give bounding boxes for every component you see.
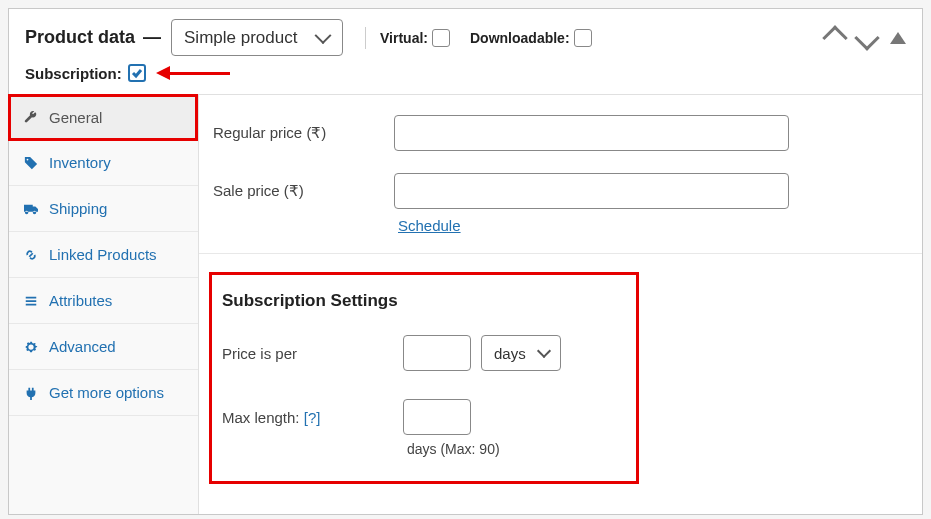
link-icon [23,247,39,263]
help-icon[interactable]: [?] [304,409,321,426]
panel-title: Product data [25,27,135,48]
subscription-option-row: Subscription: [9,64,922,94]
subscription-heading: Subscription Settings [218,291,620,311]
max-length-input[interactable] [403,399,471,435]
tab-general[interactable]: General [8,94,198,141]
panel-body: General Inventory Shipping Linked Produc… [9,94,922,514]
gear-icon [23,339,39,355]
subscription-label: Subscription: [25,65,122,82]
tab-linked-products[interactable]: Linked Products [9,232,198,278]
chevron-up-icon[interactable] [822,25,847,50]
unit-select-wrap: days [481,335,561,371]
max-length-label: Max length: [?] [218,409,403,426]
plug-icon [23,385,39,401]
tab-label: Attributes [49,292,112,309]
sale-price-row: Sale price (₹) [209,173,912,209]
regular-price-label: Regular price (₹) [209,124,394,142]
tab-label: Linked Products [49,246,157,263]
schedule-link[interactable]: Schedule [398,217,461,234]
tab-inventory[interactable]: Inventory [9,140,198,186]
max-length-row: Max length: [?] [218,399,620,435]
price-per-label: Price is per [218,345,403,362]
subscription-checkbox[interactable] [128,64,146,82]
tabs-sidebar: General Inventory Shipping Linked Produc… [9,95,199,514]
downloadable-label: Downloadable: [470,30,570,46]
collapse-triangle-icon[interactable] [890,32,906,44]
tab-label: Inventory [49,154,111,171]
tab-attributes[interactable]: Attributes [9,278,198,324]
annotation-arrow-icon [156,66,230,80]
max-length-hint: days (Max: 90) [407,441,620,457]
tab-label: Shipping [49,200,107,217]
price-per-row: Price is per days [218,335,620,371]
tab-label: General [49,109,102,126]
product-type-select[interactable]: Simple product [171,19,343,56]
tab-content-general: Regular price (₹) Sale price (₹) Schedul… [199,95,922,514]
price-per-input[interactable] [403,335,471,371]
tab-label: Get more options [49,384,164,401]
tab-shipping[interactable]: Shipping [9,186,198,232]
section-divider [199,253,922,254]
panel-toggle-area [826,29,906,47]
tab-advanced[interactable]: Advanced [9,324,198,370]
sale-price-input[interactable] [394,173,789,209]
subscription-settings-section: Subscription Settings Price is per days … [209,272,639,484]
sale-price-label: Sale price (₹) [209,182,394,200]
price-per-unit-select[interactable]: days [481,335,561,371]
virtual-checkbox[interactable] [432,29,450,47]
vertical-divider [365,27,366,49]
wrench-icon [23,110,39,126]
product-data-panel: Product data — Simple product Virtual: D… [8,8,923,515]
regular-price-row: Regular price (₹) [209,115,912,151]
downloadable-checkbox[interactable] [574,29,592,47]
tab-label: Advanced [49,338,116,355]
panel-header: Product data — Simple product Virtual: D… [9,9,922,64]
chevron-down-icon[interactable] [854,25,879,50]
truck-icon [23,201,39,217]
regular-price-input[interactable] [394,115,789,151]
list-icon [23,293,39,309]
tab-get-more-options[interactable]: Get more options [9,370,198,416]
product-type-wrap: Simple product [171,19,343,56]
tag-icon [23,155,39,171]
title-dash: — [143,27,161,48]
virtual-label: Virtual: [380,30,428,46]
